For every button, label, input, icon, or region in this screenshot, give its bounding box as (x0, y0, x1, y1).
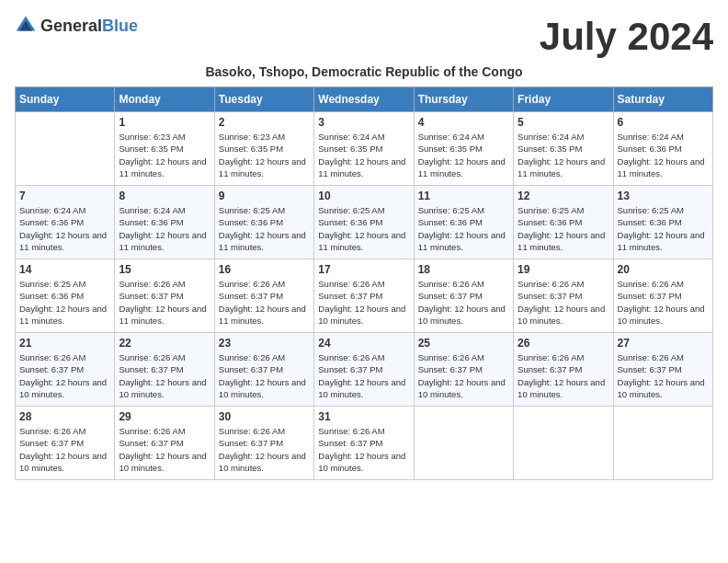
day-number: 8 (119, 190, 210, 202)
calendar-cell (613, 407, 712, 480)
page-container: GeneralBlue July 2024 Basoko, Tshopo, De… (15, 15, 713, 480)
day-info: Sunrise: 6:24 AMSunset: 6:35 PMDaylight:… (518, 131, 609, 179)
day-info: Sunrise: 6:24 AMSunset: 6:36 PMDaylight:… (19, 204, 110, 253)
day-number: 29 (119, 410, 210, 423)
calendar-cell (514, 407, 613, 480)
calendar-cell: 12Sunrise: 6:25 AMSunset: 6:36 PMDayligh… (514, 186, 613, 259)
day-info: Sunrise: 6:24 AMSunset: 6:35 PMDaylight:… (418, 131, 509, 179)
day-number: 20 (618, 263, 709, 276)
day-info: Sunrise: 6:26 AMSunset: 6:37 PMDaylight:… (518, 278, 609, 327)
calendar-cell: 14Sunrise: 6:25 AMSunset: 6:36 PMDayligh… (16, 259, 115, 333)
day-number: 5 (518, 116, 609, 129)
calendar-cell: 24Sunrise: 6:26 AMSunset: 6:37 PMDayligh… (314, 333, 414, 407)
header-wednesday: Wednesday (314, 87, 414, 112)
header-friday: Friday (514, 87, 613, 112)
day-info: Sunrise: 6:25 AMSunset: 6:36 PMDaylight:… (19, 278, 110, 327)
month-title: July 2024 (540, 15, 713, 59)
day-info: Sunrise: 6:26 AMSunset: 6:37 PMDaylight:… (119, 425, 210, 474)
day-number: 16 (219, 263, 310, 276)
day-info: Sunrise: 6:26 AMSunset: 6:37 PMDaylight:… (618, 351, 709, 400)
header-monday: Monday (115, 87, 214, 112)
day-info: Sunrise: 6:23 AMSunset: 6:35 PMDaylight:… (219, 131, 310, 179)
calendar-cell: 4Sunrise: 6:24 AMSunset: 6:35 PMDaylight… (414, 112, 513, 186)
day-number: 21 (19, 337, 110, 350)
day-number: 23 (219, 337, 310, 350)
header-saturday: Saturday (613, 87, 712, 112)
day-info: Sunrise: 6:26 AMSunset: 6:37 PMDaylight:… (418, 278, 509, 327)
day-number: 6 (618, 116, 709, 129)
day-number: 24 (318, 337, 409, 350)
header-thursday: Thursday (414, 87, 513, 112)
day-info: Sunrise: 6:26 AMSunset: 6:37 PMDaylight:… (418, 351, 509, 400)
header-sunday: Sunday (16, 87, 115, 112)
subtitle: Basoko, Tshopo, Democratic Republic of t… (15, 64, 713, 79)
day-info: Sunrise: 6:26 AMSunset: 6:37 PMDaylight:… (219, 425, 310, 474)
calendar-cell: 27Sunrise: 6:26 AMSunset: 6:37 PMDayligh… (613, 333, 712, 407)
calendar-cell (414, 407, 513, 480)
day-number: 26 (518, 337, 609, 350)
calendar-week-row: 7Sunrise: 6:24 AMSunset: 6:36 PMDaylight… (16, 186, 713, 259)
calendar-week-row: 21Sunrise: 6:26 AMSunset: 6:37 PMDayligh… (16, 333, 713, 407)
day-number: 19 (518, 263, 609, 276)
day-info: Sunrise: 6:25 AMSunset: 6:36 PMDaylight:… (219, 204, 310, 253)
day-number: 9 (219, 190, 310, 202)
calendar-cell: 3Sunrise: 6:24 AMSunset: 6:35 PMDaylight… (314, 112, 414, 186)
calendar-cell: 31Sunrise: 6:26 AMSunset: 6:37 PMDayligh… (314, 407, 414, 480)
calendar-week-row: 28Sunrise: 6:26 AMSunset: 6:37 PMDayligh… (16, 407, 713, 480)
calendar-cell: 11Sunrise: 6:25 AMSunset: 6:36 PMDayligh… (414, 186, 513, 259)
day-info: Sunrise: 6:26 AMSunset: 6:37 PMDaylight:… (618, 278, 709, 327)
calendar-cell: 29Sunrise: 6:26 AMSunset: 6:37 PMDayligh… (115, 407, 214, 480)
day-number: 4 (418, 116, 509, 129)
days-header-row: Sunday Monday Tuesday Wednesday Thursday… (16, 87, 713, 112)
calendar-cell: 2Sunrise: 6:23 AMSunset: 6:35 PMDaylight… (214, 112, 313, 186)
day-number: 18 (418, 263, 509, 276)
calendar-cell: 8Sunrise: 6:24 AMSunset: 6:36 PMDaylight… (115, 186, 214, 259)
day-number: 1 (119, 116, 210, 129)
day-info: Sunrise: 6:26 AMSunset: 6:37 PMDaylight:… (318, 351, 409, 400)
calendar-cell: 17Sunrise: 6:26 AMSunset: 6:37 PMDayligh… (314, 259, 414, 333)
day-number: 2 (219, 116, 310, 129)
logo: GeneralBlue (15, 15, 138, 37)
logo-blue: Blue (102, 17, 138, 35)
calendar-cell: 1Sunrise: 6:23 AMSunset: 6:35 PMDaylight… (115, 112, 214, 186)
day-number: 14 (19, 263, 110, 276)
day-info: Sunrise: 6:26 AMSunset: 6:37 PMDaylight:… (219, 278, 310, 327)
calendar-cell: 19Sunrise: 6:26 AMSunset: 6:37 PMDayligh… (514, 259, 613, 333)
calendar-cell: 18Sunrise: 6:26 AMSunset: 6:37 PMDayligh… (414, 259, 513, 333)
calendar-week-row: 14Sunrise: 6:25 AMSunset: 6:36 PMDayligh… (16, 259, 713, 333)
day-info: Sunrise: 6:25 AMSunset: 6:36 PMDaylight:… (618, 204, 709, 253)
calendar-cell: 20Sunrise: 6:26 AMSunset: 6:37 PMDayligh… (613, 259, 712, 333)
day-number: 22 (119, 337, 210, 350)
calendar-cell (16, 112, 115, 186)
day-info: Sunrise: 6:26 AMSunset: 6:37 PMDaylight:… (19, 351, 110, 400)
calendar-cell: 30Sunrise: 6:26 AMSunset: 6:37 PMDayligh… (214, 407, 313, 480)
day-info: Sunrise: 6:26 AMSunset: 6:37 PMDaylight:… (318, 278, 409, 327)
day-info: Sunrise: 6:25 AMSunset: 6:36 PMDaylight:… (318, 204, 409, 253)
logo-general: General (40, 17, 102, 35)
day-info: Sunrise: 6:25 AMSunset: 6:36 PMDaylight:… (518, 204, 609, 253)
header: GeneralBlue July 2024 (15, 15, 713, 59)
calendar-cell: 10Sunrise: 6:25 AMSunset: 6:36 PMDayligh… (314, 186, 414, 259)
calendar-cell: 5Sunrise: 6:24 AMSunset: 6:35 PMDaylight… (514, 112, 613, 186)
calendar-cell: 6Sunrise: 6:24 AMSunset: 6:36 PMDaylight… (613, 112, 712, 186)
header-tuesday: Tuesday (214, 87, 313, 112)
calendar-table: Sunday Monday Tuesday Wednesday Thursday… (15, 86, 713, 480)
calendar-cell: 9Sunrise: 6:25 AMSunset: 6:36 PMDaylight… (214, 186, 313, 259)
day-number: 30 (219, 410, 310, 423)
day-info: Sunrise: 6:26 AMSunset: 6:37 PMDaylight:… (518, 351, 609, 400)
calendar-cell: 25Sunrise: 6:26 AMSunset: 6:37 PMDayligh… (414, 333, 513, 407)
day-info: Sunrise: 6:26 AMSunset: 6:37 PMDaylight:… (119, 351, 210, 400)
calendar-cell: 28Sunrise: 6:26 AMSunset: 6:37 PMDayligh… (16, 407, 115, 480)
calendar-cell: 15Sunrise: 6:26 AMSunset: 6:37 PMDayligh… (115, 259, 214, 333)
day-number: 25 (418, 337, 509, 350)
day-number: 15 (119, 263, 210, 276)
calendar-cell: 23Sunrise: 6:26 AMSunset: 6:37 PMDayligh… (214, 333, 313, 407)
day-info: Sunrise: 6:23 AMSunset: 6:35 PMDaylight:… (119, 131, 210, 179)
calendar-cell: 13Sunrise: 6:25 AMSunset: 6:36 PMDayligh… (613, 186, 712, 259)
day-number: 31 (318, 410, 409, 423)
day-info: Sunrise: 6:26 AMSunset: 6:37 PMDaylight:… (318, 425, 409, 474)
calendar-cell: 16Sunrise: 6:26 AMSunset: 6:37 PMDayligh… (214, 259, 313, 333)
day-info: Sunrise: 6:25 AMSunset: 6:36 PMDaylight:… (418, 204, 509, 253)
logo-text: GeneralBlue (40, 17, 138, 36)
day-info: Sunrise: 6:26 AMSunset: 6:37 PMDaylight:… (219, 351, 310, 400)
